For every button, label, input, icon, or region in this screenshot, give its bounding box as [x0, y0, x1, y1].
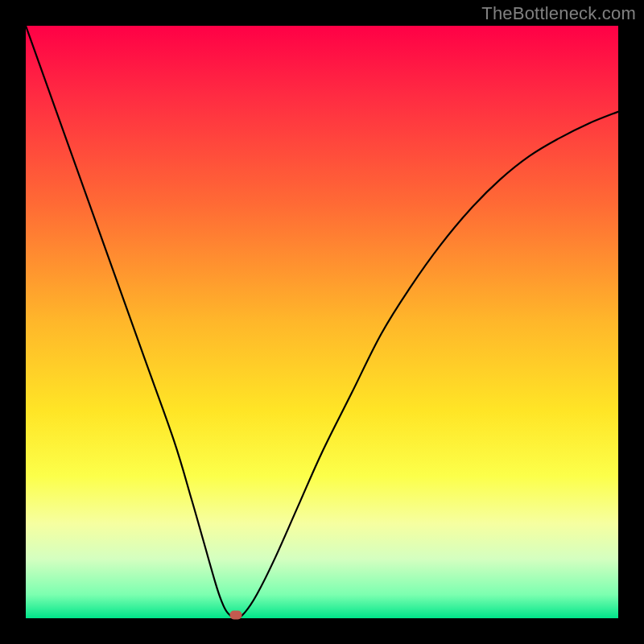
- plot-area: [26, 26, 618, 618]
- bottleneck-curve: [26, 26, 618, 618]
- minimum-marker: [230, 611, 242, 620]
- watermark-text: TheBottleneck.com: [481, 3, 636, 24]
- chart-frame: TheBottleneck.com: [0, 0, 644, 644]
